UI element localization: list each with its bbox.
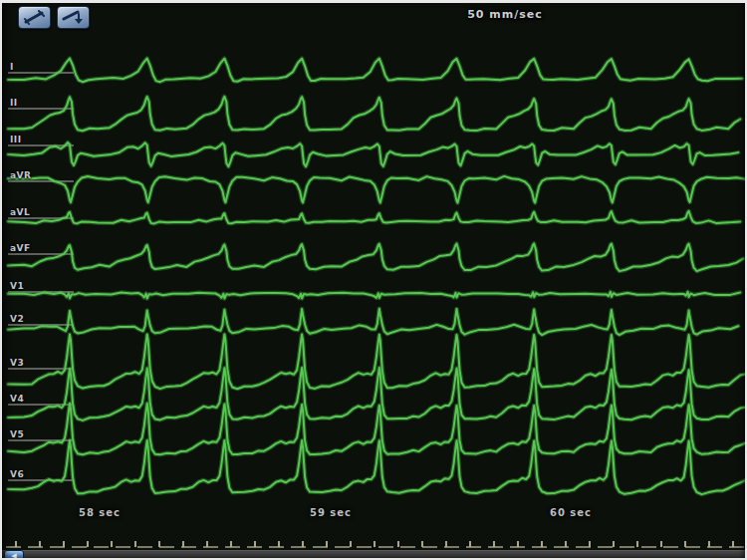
horizontal-scrollbar: ◀ bbox=[2, 550, 745, 560]
lead-label-II: II bbox=[10, 98, 18, 109]
lead-label-V5: V5 bbox=[10, 429, 24, 440]
time-marker-58-sec: 58 sec bbox=[68, 507, 131, 518]
caliper-arrow-icon bbox=[62, 10, 86, 25]
ecg-canvas bbox=[2, 3, 747, 560]
ecg-viewer-window: IIIIIIaVRaVLaVFV1V2V3V4V5V6 58 sec59 sec… bbox=[0, 0, 747, 560]
lead-label-V2: V2 bbox=[10, 314, 24, 325]
lead-label-I: I bbox=[10, 62, 14, 73]
time-marker-59-sec: 59 sec bbox=[299, 507, 363, 518]
lead-label-V4: V4 bbox=[10, 394, 24, 405]
sweep-speed-label: 50 mm/sec bbox=[452, 8, 558, 21]
lead-label-V3: V3 bbox=[10, 358, 24, 369]
scroll-left-button[interactable]: ◀ bbox=[4, 550, 24, 560]
lead-label-aVL: aVL bbox=[10, 207, 30, 218]
scrollbar-track[interactable] bbox=[26, 551, 745, 560]
time-marker-60-sec: 60 sec bbox=[539, 507, 603, 518]
lead-label-aVF: aVF bbox=[10, 243, 31, 254]
left-arrow-icon: ◀ bbox=[11, 552, 16, 560]
lead-label-aVR: aVR bbox=[10, 170, 31, 181]
lead-label-V1: V1 bbox=[10, 281, 24, 292]
caliper-icon bbox=[23, 10, 47, 25]
caliper-marker-tool-button[interactable] bbox=[57, 6, 90, 29]
caliper-tool-button[interactable] bbox=[18, 6, 51, 29]
lead-label-III: III bbox=[10, 135, 22, 145]
lead-label-V6: V6 bbox=[10, 469, 24, 480]
